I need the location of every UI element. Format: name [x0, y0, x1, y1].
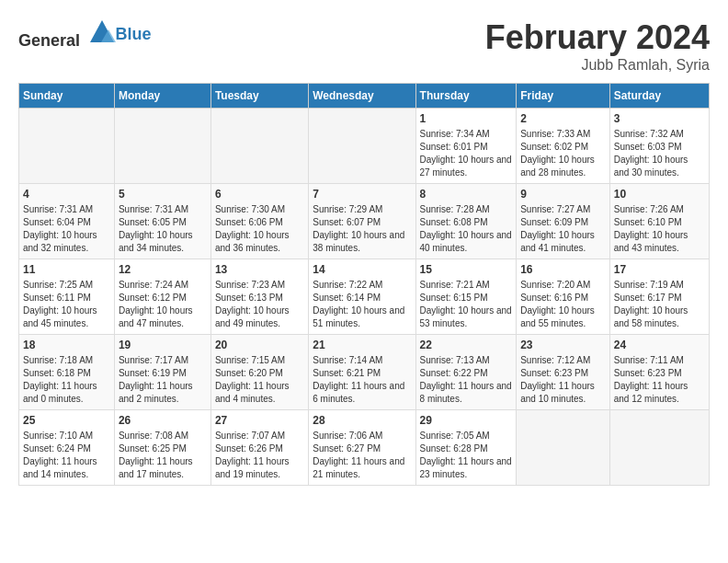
calendar-cell: 22Sunrise: 7:13 AMSunset: 6:22 PMDayligh…	[415, 335, 517, 410]
day-info: Sunrise: 7:21 AMSunset: 6:15 PMDaylight:…	[420, 279, 513, 330]
day-info: Sunrise: 7:28 AMSunset: 6:08 PMDaylight:…	[420, 203, 513, 255]
day-number: 25	[23, 414, 110, 427]
day-info: Sunrise: 7:26 AMSunset: 6:10 PMDaylight:…	[614, 203, 705, 255]
weekday-header-saturday: Saturday	[609, 84, 709, 109]
weekday-header-monday: Monday	[114, 84, 210, 109]
calendar-cell: 6Sunrise: 7:30 AMSunset: 6:06 PMDaylight…	[210, 184, 308, 259]
day-info: Sunrise: 7:07 AMSunset: 6:26 PMDaylight:…	[215, 430, 304, 481]
logo-icon	[88, 18, 116, 46]
calendar-cell: 1Sunrise: 7:34 AMSunset: 6:01 PMDaylight…	[415, 109, 517, 184]
day-number: 11	[23, 263, 110, 276]
day-info: Sunrise: 7:29 AMSunset: 6:07 PMDaylight:…	[313, 203, 411, 255]
day-number: 6	[215, 188, 304, 201]
day-info: Sunrise: 7:23 AMSunset: 6:13 PMDaylight:…	[215, 279, 304, 330]
calendar-cell: 26Sunrise: 7:08 AMSunset: 6:25 PMDayligh…	[114, 410, 210, 486]
day-number: 26	[119, 414, 207, 427]
day-info: Sunrise: 7:10 AMSunset: 6:24 PMDaylight:…	[23, 430, 110, 481]
calendar-cell: 28Sunrise: 7:06 AMSunset: 6:27 PMDayligh…	[309, 410, 415, 486]
calendar-cell: 14Sunrise: 7:22 AMSunset: 6:14 PMDayligh…	[309, 259, 415, 335]
calendar-cell: 2Sunrise: 7:33 AMSunset: 6:02 PMDaylight…	[517, 109, 610, 184]
day-number: 3	[614, 112, 705, 125]
day-number: 18	[23, 339, 110, 351]
header: General Blue February 2024 Jubb Ramlah, …	[18, 18, 710, 74]
calendar-cell: 25Sunrise: 7:10 AMSunset: 6:24 PMDayligh…	[19, 410, 115, 486]
day-number: 21	[313, 339, 411, 351]
day-number: 13	[215, 263, 304, 276]
day-number: 8	[420, 188, 513, 201]
day-info: Sunrise: 7:05 AMSunset: 6:28 PMDaylight:…	[420, 430, 513, 481]
calendar-cell: 17Sunrise: 7:19 AMSunset: 6:17 PMDayligh…	[609, 259, 709, 335]
calendar-cell: 8Sunrise: 7:28 AMSunset: 6:08 PMDaylight…	[415, 184, 517, 259]
calendar-table: SundayMondayTuesdayWednesdayThursdayFrid…	[18, 83, 710, 486]
title-area: February 2024 Jubb Ramlah, Syria	[485, 18, 710, 74]
day-info: Sunrise: 7:15 AMSunset: 6:20 PMDaylight:…	[215, 354, 304, 406]
day-info: Sunrise: 7:18 AMSunset: 6:18 PMDaylight:…	[23, 354, 110, 406]
calendar-cell: 24Sunrise: 7:11 AMSunset: 6:23 PMDayligh…	[609, 335, 709, 410]
day-info: Sunrise: 7:25 AMSunset: 6:11 PMDaylight:…	[23, 279, 110, 330]
day-info: Sunrise: 7:06 AMSunset: 6:27 PMDaylight:…	[313, 430, 411, 481]
calendar-week-row: 25Sunrise: 7:10 AMSunset: 6:24 PMDayligh…	[19, 410, 710, 486]
day-number: 5	[119, 188, 207, 201]
day-number: 10	[614, 188, 705, 201]
calendar-cell: 11Sunrise: 7:25 AMSunset: 6:11 PMDayligh…	[19, 259, 115, 335]
calendar-cell: 20Sunrise: 7:15 AMSunset: 6:20 PMDayligh…	[210, 335, 308, 410]
calendar-cell	[309, 109, 415, 184]
main-title: February 2024	[485, 18, 710, 57]
calendar-cell	[19, 109, 115, 184]
calendar-cell: 19Sunrise: 7:17 AMSunset: 6:19 PMDayligh…	[114, 335, 210, 410]
weekday-header-sunday: Sunday	[19, 84, 115, 109]
day-number: 19	[119, 339, 207, 351]
weekday-header-row: SundayMondayTuesdayWednesdayThursdayFrid…	[19, 84, 710, 109]
day-number: 4	[23, 188, 110, 201]
day-number: 9	[520, 188, 606, 201]
logo: General Blue	[18, 18, 152, 51]
calendar-cell	[517, 410, 610, 486]
day-info: Sunrise: 7:20 AMSunset: 6:16 PMDaylight:…	[520, 279, 606, 330]
day-info: Sunrise: 7:13 AMSunset: 6:22 PMDaylight:…	[420, 354, 513, 406]
day-number: 22	[420, 339, 513, 351]
calendar-cell	[114, 109, 210, 184]
day-number: 14	[313, 263, 411, 276]
day-info: Sunrise: 7:22 AMSunset: 6:14 PMDaylight:…	[313, 279, 411, 330]
calendar-cell	[210, 109, 308, 184]
calendar-week-row: 1Sunrise: 7:34 AMSunset: 6:01 PMDaylight…	[19, 109, 710, 184]
day-info: Sunrise: 7:17 AMSunset: 6:19 PMDaylight:…	[119, 354, 207, 406]
calendar-cell: 10Sunrise: 7:26 AMSunset: 6:10 PMDayligh…	[609, 184, 709, 259]
calendar-cell: 16Sunrise: 7:20 AMSunset: 6:16 PMDayligh…	[517, 259, 610, 335]
day-number: 2	[520, 112, 606, 125]
day-info: Sunrise: 7:32 AMSunset: 6:03 PMDaylight:…	[614, 128, 705, 179]
day-info: Sunrise: 7:19 AMSunset: 6:17 PMDaylight:…	[614, 279, 705, 330]
weekday-header-friday: Friday	[517, 84, 610, 109]
day-info: Sunrise: 7:33 AMSunset: 6:02 PMDaylight:…	[520, 128, 606, 179]
day-number: 27	[215, 414, 304, 427]
weekday-header-wednesday: Wednesday	[309, 84, 415, 109]
logo-general-text: General	[18, 31, 80, 50]
calendar-week-row: 4Sunrise: 7:31 AMSunset: 6:04 PMDaylight…	[19, 184, 710, 259]
day-number: 28	[313, 414, 411, 427]
day-number: 24	[614, 339, 705, 351]
day-number: 16	[520, 263, 606, 276]
day-info: Sunrise: 7:31 AMSunset: 6:05 PMDaylight:…	[119, 203, 207, 255]
calendar-cell: 13Sunrise: 7:23 AMSunset: 6:13 PMDayligh…	[210, 259, 308, 335]
day-info: Sunrise: 7:27 AMSunset: 6:09 PMDaylight:…	[520, 203, 606, 255]
calendar-cell: 29Sunrise: 7:05 AMSunset: 6:28 PMDayligh…	[415, 410, 517, 486]
calendar-cell: 27Sunrise: 7:07 AMSunset: 6:26 PMDayligh…	[210, 410, 308, 486]
calendar-cell: 23Sunrise: 7:12 AMSunset: 6:23 PMDayligh…	[517, 335, 610, 410]
calendar-cell	[609, 410, 709, 486]
day-number: 29	[420, 414, 513, 427]
calendar-cell: 3Sunrise: 7:32 AMSunset: 6:03 PMDaylight…	[609, 109, 709, 184]
day-info: Sunrise: 7:12 AMSunset: 6:23 PMDaylight:…	[520, 354, 606, 406]
calendar-cell: 21Sunrise: 7:14 AMSunset: 6:21 PMDayligh…	[309, 335, 415, 410]
calendar-week-row: 11Sunrise: 7:25 AMSunset: 6:11 PMDayligh…	[19, 259, 710, 335]
weekday-header-thursday: Thursday	[415, 84, 517, 109]
day-info: Sunrise: 7:08 AMSunset: 6:25 PMDaylight:…	[119, 430, 207, 481]
day-info: Sunrise: 7:14 AMSunset: 6:21 PMDaylight:…	[313, 354, 411, 406]
calendar-cell: 7Sunrise: 7:29 AMSunset: 6:07 PMDaylight…	[309, 184, 415, 259]
day-number: 12	[119, 263, 207, 276]
calendar-cell: 4Sunrise: 7:31 AMSunset: 6:04 PMDaylight…	[19, 184, 115, 259]
day-number: 20	[215, 339, 304, 351]
day-number: 23	[520, 339, 606, 351]
day-info: Sunrise: 7:34 AMSunset: 6:01 PMDaylight:…	[420, 128, 513, 179]
day-info: Sunrise: 7:31 AMSunset: 6:04 PMDaylight:…	[23, 203, 110, 255]
logo-blue-text: Blue	[116, 25, 152, 44]
